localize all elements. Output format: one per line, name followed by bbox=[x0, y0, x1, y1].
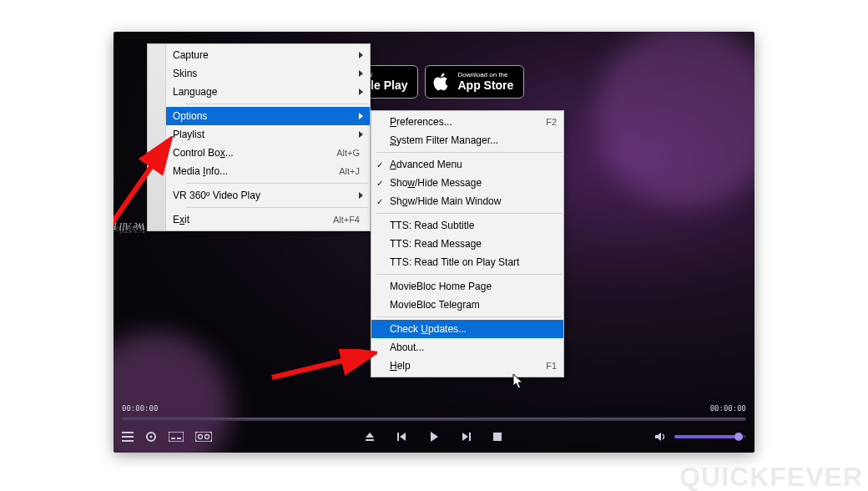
submenu-item-16[interactable]: HelpF1 bbox=[371, 357, 563, 375]
submenu-arrow-icon bbox=[359, 113, 363, 119]
menu-shortcut: Alt+G bbox=[321, 148, 360, 158]
app-store-line2: App Store bbox=[457, 79, 513, 92]
submenu-arrow-icon bbox=[359, 52, 363, 58]
submenu-arrow-icon bbox=[359, 192, 363, 199]
brand-slogan: We All Enjoy ! bbox=[114, 220, 145, 232]
volume-slider[interactable] bbox=[674, 435, 746, 438]
svg-rect-7 bbox=[169, 432, 184, 442]
submenu-separator bbox=[376, 213, 562, 214]
submenu-arrow-icon bbox=[359, 131, 363, 138]
svg-rect-16 bbox=[493, 433, 502, 441]
playlist-icon[interactable] bbox=[122, 432, 134, 442]
menu-item-0[interactable]: Capture bbox=[166, 46, 370, 64]
submenu-item-5[interactable]: ✓Show/Hide Main Window bbox=[371, 192, 563, 210]
svg-rect-8 bbox=[171, 438, 175, 439]
submenu-item-8[interactable]: TTS: Read Message bbox=[371, 235, 563, 253]
svg-rect-4 bbox=[122, 440, 134, 442]
submenu-shortcut: F2 bbox=[546, 117, 557, 127]
submenu-item-3[interactable]: ✓Advanced Menu bbox=[371, 155, 563, 174]
svg-rect-9 bbox=[177, 438, 181, 439]
stop-button[interactable] bbox=[493, 433, 502, 441]
submenu-item-14[interactable]: Check Updates... bbox=[371, 320, 563, 338]
submenu-item-0[interactable]: Preferences...F2 bbox=[371, 113, 563, 131]
submenu-separator bbox=[376, 152, 562, 153]
submenu-shortcut: F1 bbox=[546, 361, 557, 371]
submenu-item-7[interactable]: TTS: Read Subtitle bbox=[371, 216, 563, 235]
subtitle-icon[interactable] bbox=[169, 432, 184, 442]
menu-item-4[interactable]: Options bbox=[166, 107, 370, 125]
time-total: 00:00:00 bbox=[710, 404, 746, 413]
time-elapsed: 00:00:00 bbox=[122, 404, 158, 413]
menu-item-7[interactable]: Media Info...Alt+J bbox=[166, 162, 370, 180]
menu-item-1[interactable]: Skins bbox=[166, 64, 370, 83]
watermark-corner: QUICKFEVER bbox=[679, 462, 863, 491]
submenu-item-15[interactable]: About... bbox=[371, 338, 563, 357]
volume-icon[interactable] bbox=[654, 432, 666, 442]
player-controls: 00:00:00 00:00:00 bbox=[114, 409, 754, 453]
prev-button[interactable] bbox=[396, 432, 406, 442]
svg-rect-2 bbox=[122, 432, 134, 433]
submenu-arrow-icon bbox=[359, 89, 363, 95]
play-button[interactable] bbox=[428, 431, 440, 443]
check-icon: ✓ bbox=[376, 179, 383, 188]
store-badges: T ON ogle Play Download on the App Store bbox=[352, 65, 524, 99]
submenu-separator bbox=[376, 316, 562, 317]
menu-item-2[interactable]: Language bbox=[166, 83, 370, 101]
submenu-item-9[interactable]: TTS: Read Title on Play Start bbox=[371, 253, 563, 271]
svg-rect-15 bbox=[469, 433, 471, 441]
submenu-separator bbox=[376, 274, 562, 275]
menu-brand-strip: KMPlayer We All Enjoy ! bbox=[148, 44, 166, 230]
submenu-arrow-icon bbox=[359, 70, 363, 77]
svg-rect-14 bbox=[397, 433, 399, 441]
menu-item-11[interactable]: ExitAlt+F4 bbox=[166, 210, 370, 229]
svg-point-6 bbox=[150, 436, 153, 438]
svg-point-12 bbox=[205, 435, 209, 439]
menu-item-9[interactable]: VR 360º Video Play bbox=[166, 186, 370, 205]
eject-button[interactable] bbox=[365, 432, 375, 442]
app-store-badge[interactable]: Download on the App Store bbox=[425, 65, 524, 99]
check-icon: ✓ bbox=[376, 160, 383, 170]
next-button[interactable] bbox=[462, 432, 472, 442]
menu-separator bbox=[186, 183, 368, 184]
seek-bar[interactable] bbox=[122, 418, 746, 421]
submenu-item-11[interactable]: MovieBloc Home Page bbox=[371, 277, 563, 296]
check-icon: ✓ bbox=[376, 197, 383, 206]
submenu-item-12[interactable]: MovieBloc Telegram bbox=[371, 296, 563, 314]
svg-rect-13 bbox=[366, 439, 374, 441]
submenu-item-1[interactable]: System Filter Manager... bbox=[371, 131, 563, 149]
context-menu: KMPlayer We All Enjoy ! CaptureSkinsLang… bbox=[147, 43, 371, 231]
menu-separator bbox=[186, 104, 368, 104]
menu-item-5[interactable]: Playlist bbox=[166, 125, 370, 144]
menu-separator bbox=[186, 207, 368, 208]
menu-shortcut: Alt+J bbox=[321, 166, 360, 176]
vr-icon[interactable] bbox=[195, 432, 212, 442]
menu-shortcut: Alt+F4 bbox=[321, 215, 360, 225]
player-window: QUICKFEVER T ON ogle Play Download on th… bbox=[114, 32, 754, 453]
menu-item-6[interactable]: Control Box...Alt+G bbox=[166, 144, 370, 162]
apple-icon bbox=[432, 73, 451, 91]
svg-point-11 bbox=[199, 435, 203, 439]
svg-rect-3 bbox=[122, 436, 134, 438]
settings-icon[interactable] bbox=[145, 431, 157, 443]
submenu-item-4[interactable]: ✓Show/Hide Message bbox=[371, 174, 563, 192]
options-submenu: Preferences...F2System Filter Manager...… bbox=[371, 110, 564, 377]
